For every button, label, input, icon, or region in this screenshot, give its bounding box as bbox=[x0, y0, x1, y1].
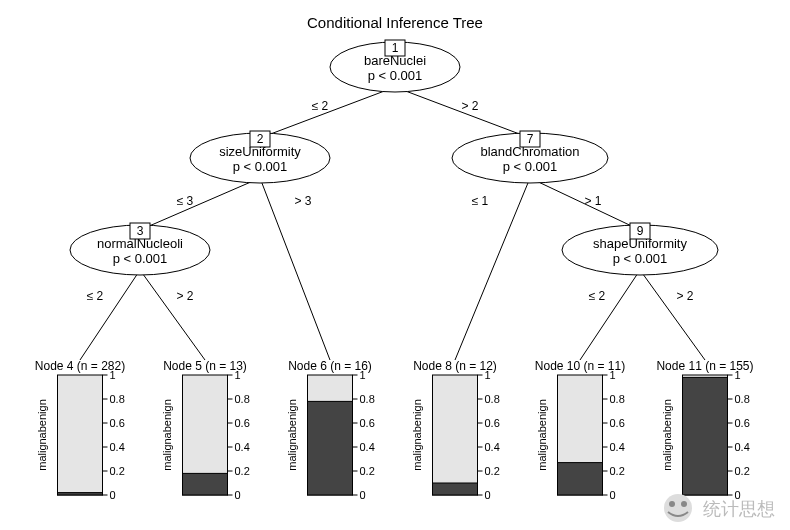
tick-label: 0.2 bbox=[610, 465, 625, 477]
tick-label: 0.4 bbox=[110, 441, 125, 453]
svg-text:bareNuclei: bareNuclei bbox=[364, 53, 426, 68]
svg-text:blandChromation: blandChromation bbox=[480, 144, 579, 159]
svg-rect-44 bbox=[183, 473, 228, 495]
leaf-ylabel: malignabenign bbox=[161, 399, 173, 471]
leaf-ylabel: malignabenign bbox=[661, 399, 673, 471]
tick-label: 1 bbox=[485, 369, 491, 381]
tick-label: 0.4 bbox=[735, 441, 750, 453]
tick-label: 0.6 bbox=[485, 417, 500, 429]
edge-1-right: > 2 bbox=[461, 99, 478, 113]
svg-text:统计思想: 统计思想 bbox=[703, 499, 775, 519]
edge-9-right: > 2 bbox=[676, 289, 693, 303]
leaf-ylabel: malignabenign bbox=[536, 399, 548, 471]
tick-label: 0.4 bbox=[235, 441, 250, 453]
tick-label: 0.6 bbox=[235, 417, 250, 429]
tick-label: 0 bbox=[485, 489, 491, 501]
svg-text:p < 0.001: p < 0.001 bbox=[113, 251, 168, 266]
tick-label: 0.8 bbox=[735, 393, 750, 405]
tick-label: 0.4 bbox=[360, 441, 375, 453]
tick-label: 1 bbox=[735, 369, 741, 381]
tick-label: 0.2 bbox=[485, 465, 500, 477]
tick-label: 0 bbox=[235, 489, 241, 501]
svg-point-85 bbox=[681, 501, 687, 507]
tick-label: 0.6 bbox=[360, 417, 375, 429]
svg-text:p < 0.001: p < 0.001 bbox=[613, 251, 668, 266]
leaf-ylabel: malignabenign bbox=[411, 399, 423, 471]
edge-2-right: > 3 bbox=[294, 194, 311, 208]
tick-label: 1 bbox=[610, 369, 616, 381]
tick-label: 0 bbox=[110, 489, 116, 501]
svg-rect-76 bbox=[683, 377, 728, 495]
tick-label: 1 bbox=[235, 369, 241, 381]
svg-text:p < 0.001: p < 0.001 bbox=[368, 68, 423, 83]
edge-1-left: ≤ 2 bbox=[312, 99, 329, 113]
tick-label: 0.8 bbox=[110, 393, 125, 405]
svg-text:p < 0.001: p < 0.001 bbox=[503, 159, 558, 174]
tick-label: 0.2 bbox=[735, 465, 750, 477]
edge-3-left: ≤ 2 bbox=[87, 289, 104, 303]
svg-rect-52 bbox=[308, 401, 353, 495]
svg-point-84 bbox=[669, 501, 675, 507]
edge-7-left: ≤ 1 bbox=[472, 194, 489, 208]
tick-label: 0 bbox=[610, 489, 616, 501]
tick-label: 0.6 bbox=[610, 417, 625, 429]
chart-title: Conditional Inference Tree bbox=[307, 14, 483, 31]
tick-label: 0.4 bbox=[610, 441, 625, 453]
edge-3-right: > 2 bbox=[176, 289, 193, 303]
edge-9-left: ≤ 2 bbox=[589, 289, 606, 303]
tick-label: 1 bbox=[360, 369, 366, 381]
svg-rect-59 bbox=[433, 375, 478, 495]
svg-point-83 bbox=[664, 494, 692, 522]
edge-2-left: ≤ 3 bbox=[177, 194, 194, 208]
watermark: 统计思想 bbox=[664, 494, 775, 522]
tick-label: 0.8 bbox=[235, 393, 250, 405]
svg-rect-35 bbox=[58, 375, 103, 495]
tick-label: 0.6 bbox=[735, 417, 750, 429]
tick-label: 0.2 bbox=[360, 465, 375, 477]
tick-label: 0.2 bbox=[110, 465, 125, 477]
tick-label: 0.2 bbox=[235, 465, 250, 477]
tick-label: 0.8 bbox=[360, 393, 375, 405]
svg-text:normalNucleoli: normalNucleoli bbox=[97, 236, 183, 251]
tick-label: 0.8 bbox=[610, 393, 625, 405]
leaf-ylabel: malignabenign bbox=[36, 399, 48, 471]
tick-label: 0.8 bbox=[485, 393, 500, 405]
tick-label: 0.6 bbox=[110, 417, 125, 429]
tick-label: 0 bbox=[360, 489, 366, 501]
tick-label: 0.4 bbox=[485, 441, 500, 453]
svg-text:shapeUniformity: shapeUniformity bbox=[593, 236, 687, 251]
svg-text:sizeUniformity: sizeUniformity bbox=[219, 144, 301, 159]
svg-rect-60 bbox=[433, 483, 478, 495]
tick-label: 1 bbox=[110, 369, 116, 381]
svg-rect-36 bbox=[58, 493, 103, 495]
edge-7-right: > 1 bbox=[584, 194, 601, 208]
leaf-ylabel: malignabenign bbox=[286, 399, 298, 471]
svg-text:p < 0.001: p < 0.001 bbox=[233, 159, 288, 174]
svg-rect-68 bbox=[558, 463, 603, 495]
